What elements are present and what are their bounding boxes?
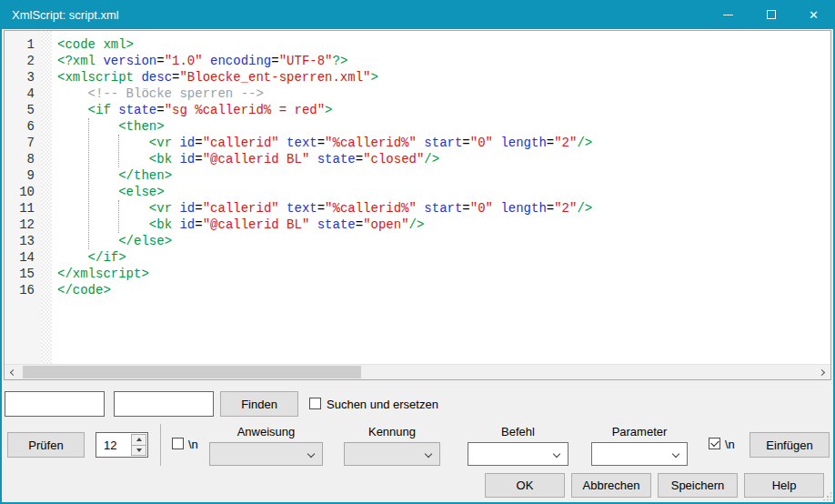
minimize-button[interactable] xyxy=(707,0,749,29)
spinner-down-button[interactable] xyxy=(131,445,146,457)
search-input-1[interactable] xyxy=(5,391,105,417)
save-button[interactable]: Speichern xyxy=(658,473,738,498)
close-icon: ✕ xyxy=(809,9,819,21)
line-number: 6 xyxy=(5,118,41,135)
parameter-label: Parameter xyxy=(591,425,688,438)
line-number: 3 xyxy=(5,69,41,86)
code-line: <?xml version="1.0" encoding="UTF-8"?> xyxy=(57,53,830,69)
line-number: 8 xyxy=(5,151,41,167)
line-number-gutter: 12345678910111213141516 xyxy=(5,31,41,364)
line-number: 1 xyxy=(5,36,41,53)
kennung-dropdown[interactable] xyxy=(344,442,440,466)
check-button[interactable]: Prüfen xyxy=(7,432,85,458)
parameter-dropdown[interactable] xyxy=(591,442,688,466)
code-line: </else> xyxy=(57,233,830,249)
code-line: <code xml> xyxy=(57,36,830,53)
code-line: </then> xyxy=(57,167,830,184)
line-number: 13 xyxy=(5,233,41,249)
ok-button[interactable]: OK xyxy=(485,473,565,498)
titlebar-buttons: ✕ xyxy=(707,0,835,29)
anweisung-label: Anweisung xyxy=(209,425,323,438)
scroll-left-button[interactable] xyxy=(5,365,20,379)
line-number: 9 xyxy=(5,167,41,184)
newline-left-checkbox[interactable] xyxy=(172,438,184,449)
code-line: <xmlscript desc="Bloecke_ent-sperren.xml… xyxy=(57,69,830,86)
insert-button[interactable]: Einfügen xyxy=(749,432,830,458)
xmlscript-dialog: XmlScript: script.xml ✕ 1234567891011121… xyxy=(0,0,835,504)
newline-right-label: \n xyxy=(725,432,735,456)
befehl-label: Befehl xyxy=(468,425,568,438)
chevron-down-icon xyxy=(672,450,679,458)
line-number: 10 xyxy=(5,184,41,200)
indent-guide xyxy=(118,135,119,167)
code-line: </if> xyxy=(57,249,830,266)
code-line: </code> xyxy=(57,282,830,298)
xml-code-editor[interactable]: 12345678910111213141516 <code xml><?xml … xyxy=(4,30,831,380)
kennung-label: Kennung xyxy=(344,425,440,438)
search-input-2[interactable] xyxy=(114,391,214,417)
line-number: 2 xyxy=(5,53,41,69)
replace-checkbox[interactable] xyxy=(309,398,321,409)
line-number: 16 xyxy=(5,282,41,298)
code-line: <vr id="callerid" text="%callerid%" star… xyxy=(57,135,830,151)
line-number: 14 xyxy=(5,249,41,266)
find-button[interactable]: Finden xyxy=(220,391,298,417)
arrow-up-icon xyxy=(136,438,142,441)
line-number: 4 xyxy=(5,86,41,102)
arrow-down-icon xyxy=(136,449,142,452)
code-line: <if state="sg %callerid% = red"> xyxy=(57,102,830,118)
fold-margin xyxy=(41,31,52,364)
scrollbar-thumb[interactable] xyxy=(23,366,361,378)
maximize-icon xyxy=(767,10,776,19)
line-number: 12 xyxy=(5,217,41,233)
chevron-down-icon xyxy=(553,450,560,458)
scroll-right-button[interactable] xyxy=(815,365,830,379)
horizontal-scrollbar[interactable] xyxy=(5,364,830,379)
code-line: </xmlscript> xyxy=(57,266,830,282)
newline-right-checkbox[interactable] xyxy=(709,438,720,449)
chevron-right-icon xyxy=(819,368,825,375)
code-area[interactable]: <code xml><?xml version="1.0" encoding="… xyxy=(52,31,830,364)
code-line: <bk id="@callerid BL" state="closed"/> xyxy=(57,151,830,167)
code-line: <!-- Blöcke sperren --> xyxy=(57,86,830,102)
code-line: <vr id="callerid" text="%callerid%" star… xyxy=(57,200,830,217)
line-number-spinner[interactable] xyxy=(96,432,148,458)
line-number: 11 xyxy=(5,200,41,217)
code-line: <bk id="@callerid BL" state="open"/> xyxy=(57,217,830,233)
indent-guide xyxy=(88,118,89,249)
cancel-button[interactable]: Abbrechen xyxy=(571,473,651,498)
maximize-button[interactable] xyxy=(749,0,792,29)
indent-guide xyxy=(118,200,119,233)
newline-left-label: \n xyxy=(188,432,198,456)
window-title: XmlScript: script.xml xyxy=(0,8,119,22)
line-number: 7 xyxy=(5,135,41,151)
befehl-dropdown[interactable] xyxy=(468,442,568,466)
replace-checkbox-label: Suchen und ersetzen xyxy=(327,391,438,417)
chevron-left-icon xyxy=(10,368,16,375)
anweisung-dropdown[interactable] xyxy=(209,442,323,466)
chevron-down-icon xyxy=(307,450,315,458)
spinner-buttons xyxy=(131,434,146,456)
spinner-input[interactable] xyxy=(96,433,131,457)
code-line: <then> xyxy=(57,118,830,135)
help-button[interactable]: Help xyxy=(744,473,824,498)
close-button[interactable]: ✕ xyxy=(792,0,835,29)
line-number: 15 xyxy=(5,266,41,282)
titlebar[interactable]: XmlScript: script.xml ✕ xyxy=(0,0,835,29)
divider xyxy=(160,424,161,466)
line-number: 5 xyxy=(5,102,41,118)
minimize-icon xyxy=(723,15,733,15)
chevron-down-icon xyxy=(425,450,432,458)
code-line: <else> xyxy=(57,184,830,200)
